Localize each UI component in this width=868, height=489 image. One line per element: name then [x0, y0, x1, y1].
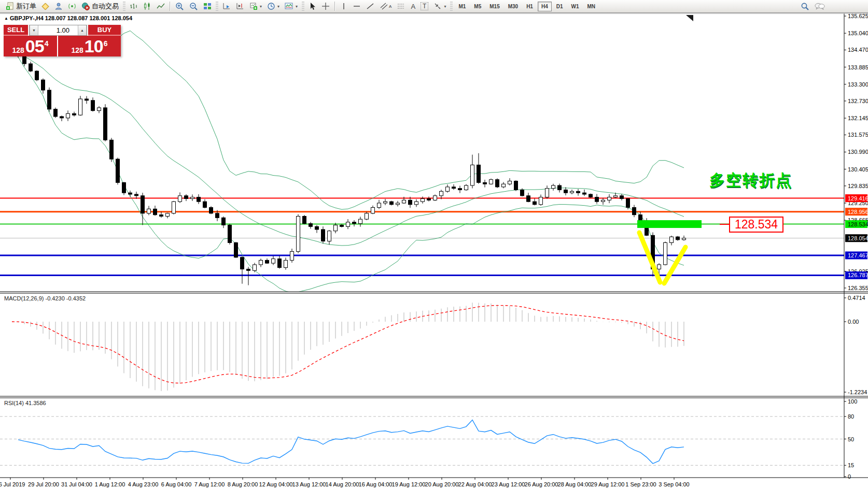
indicators-dropdown[interactable]: ▾ [282, 1, 300, 12]
timeframe-h4[interactable]: H4 [538, 2, 552, 11]
market-watch-button[interactable] [39, 1, 52, 12]
candle-body [259, 260, 263, 264]
auto-scroll-button[interactable] [220, 1, 233, 12]
search-button[interactable] [798, 1, 812, 12]
candle-body [228, 225, 232, 242]
profile-button[interactable] [52, 1, 65, 12]
trendline-button[interactable] [363, 1, 377, 12]
buy-price-prefix: 128 [72, 47, 83, 54]
buy-price-box[interactable]: 128 10 6 [58, 36, 121, 56]
dropdown-caret: ▾ [444, 4, 446, 9]
text-label-tool-button[interactable]: T [418, 1, 431, 12]
candle-body [626, 199, 630, 208]
bar-chart-button[interactable] [127, 1, 141, 12]
price-badge-label: 128.956 [848, 209, 868, 215]
zoom-in-button[interactable] [173, 1, 187, 12]
candle-body [29, 64, 33, 71]
timeframe-m30[interactable]: M30 [505, 2, 522, 11]
annotation-text[interactable]: 多空转折点 [709, 170, 792, 191]
candle-body [197, 197, 201, 202]
volume-decrease-button[interactable]: ▼ [30, 25, 38, 35]
line-chart-icon [157, 2, 165, 10]
dropdown-caret: ▾ [296, 4, 298, 9]
line-chart-button[interactable] [154, 1, 167, 12]
candle-body [539, 197, 543, 205]
chart-shift-button[interactable] [233, 1, 247, 12]
equidistant-channel-button[interactable]: A [377, 1, 394, 12]
sell-button[interactable]: SELL [4, 25, 28, 36]
time-tick-label: 26 Aug 20:00 [525, 481, 558, 487]
zoom-out-button[interactable] [187, 1, 201, 12]
candle-body [558, 185, 562, 190]
toolbar-separator [170, 2, 171, 11]
timeframe-m15[interactable]: M15 [486, 2, 503, 11]
buy-price-big: 10 [85, 37, 103, 55]
timeframe-mn[interactable]: MN [584, 2, 599, 11]
crosshair-icon [321, 2, 330, 10]
candle-body [409, 200, 412, 204]
horizontal-line-icon [353, 2, 361, 10]
candle-body [278, 259, 282, 268]
new-chart-icon [249, 2, 258, 10]
time-tick-label: 14 Aug 20:00 [326, 481, 359, 487]
tile-windows-icon [203, 2, 212, 10]
horizontal-line-button[interactable] [350, 1, 363, 12]
price-tick-label: 130.990 [848, 149, 868, 155]
buy-button[interactable]: BUY [88, 25, 121, 36]
time-tick-label: 6 Aug 04:00 [161, 481, 192, 487]
candle-body [396, 203, 400, 205]
buy-price-pip: 6 [104, 40, 108, 47]
candle-body [172, 202, 176, 213]
candle-body [664, 242, 667, 264]
text-tool-button[interactable]: A [408, 1, 418, 12]
vertical-line-button[interactable] [338, 1, 350, 12]
volume-field[interactable]: 1.00 [38, 25, 78, 35]
timeframe-h1[interactable]: H1 [523, 2, 537, 11]
timeframe-d1[interactable]: D1 [553, 2, 567, 11]
timeframe-m5[interactable]: M5 [470, 2, 485, 11]
auto-scroll-icon [222, 2, 231, 10]
search-icon [801, 2, 809, 11]
candlestick-chart-button[interactable] [141, 1, 154, 12]
price-label-box[interactable]: 128.534 [729, 217, 783, 233]
new-chart-dropdown[interactable]: ▾ [247, 1, 264, 12]
arrows-dropdown[interactable]: ▾ [431, 1, 449, 12]
timeframe-m1[interactable]: M1 [455, 2, 469, 11]
chat-button[interactable] [812, 1, 828, 12]
volume-increase-button[interactable]: ▲ [78, 25, 87, 35]
candle-body [390, 202, 394, 205]
candle-body [371, 208, 375, 213]
time-tick-label: 31 Jul 04:00 [61, 481, 92, 487]
timeframe-w1[interactable]: W1 [568, 2, 583, 11]
candle-body [446, 187, 450, 191]
fibonacci-button[interactable] [394, 1, 408, 12]
dropdown-caret: ▾ [277, 4, 279, 9]
chat-icon [815, 2, 825, 10]
chart-canvas[interactable]: 135.625135.040134.470133.885133.300132.7… [0, 0, 868, 489]
gold-diamond-icon [41, 3, 49, 10]
candle-body [122, 182, 126, 193]
candle-body [129, 193, 132, 194]
price-tick-label: 132.730 [848, 98, 868, 104]
sell-price-big: 05 [25, 37, 44, 55]
macd-tick-label: 0.00 [848, 319, 859, 325]
auto-trading-button[interactable]: 自动交易 [79, 1, 121, 12]
candle-body [334, 225, 338, 231]
signal-button[interactable] [65, 1, 79, 12]
text-a-label: A [411, 3, 415, 10]
candle-body [595, 197, 599, 202]
chart-title: ▲ GBPJPY-,H4 128.007 128.087 128.001 128… [4, 15, 132, 21]
vertical-line-icon [340, 2, 347, 10]
price-tick-label: 131.575 [848, 132, 868, 138]
candle-body [247, 269, 250, 270]
time-tick-label: 29 Aug 12:00 [591, 481, 625, 487]
cursor-button[interactable] [306, 1, 319, 12]
sell-price-box[interactable]: 128 05 4 [4, 36, 57, 56]
period-dropdown[interactable]: ▾ [264, 1, 282, 12]
price-tick-label: 134.470 [848, 47, 868, 53]
bar-chart-icon [130, 2, 138, 10]
crosshair-button[interactable] [319, 1, 332, 12]
tile-windows-button[interactable] [201, 1, 214, 12]
new-order-button[interactable]: 新订单 [3, 1, 39, 12]
candle-body [676, 237, 680, 240]
